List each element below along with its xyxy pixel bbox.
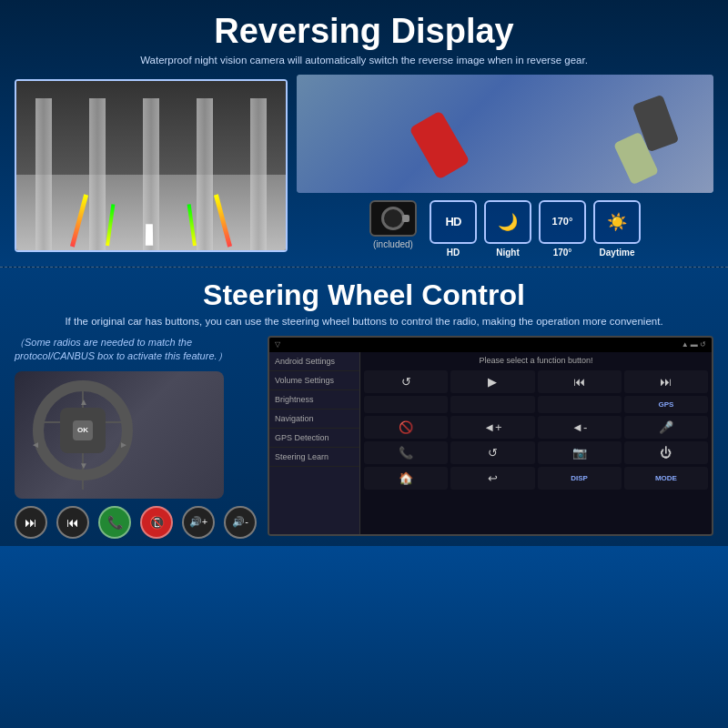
menu-gps-detection[interactable]: GPS Detection [269, 429, 359, 448]
android-main: Please select a function button! ↺ ▶ ⏮ ⏭… [360, 352, 712, 534]
grid-vol-up-icon[interactable]: ◄+ [450, 416, 534, 439]
menu-navigation[interactable]: Navigation [269, 410, 359, 429]
grid-mode-label[interactable]: MODE [624, 467, 708, 490]
steering-title: Steering Wheel Control [15, 278, 713, 312]
grid-skip-back-icon[interactable]: ⏮ [538, 370, 622, 393]
grid-refresh-icon[interactable]: ↺ [364, 370, 448, 393]
night-badge-box: 🌙 [484, 200, 531, 244]
grid-power-icon[interactable]: ⏻ [624, 441, 708, 464]
hd-badge: HD HD [430, 200, 477, 258]
camera-view [15, 79, 288, 252]
call-button[interactable]: 📞 [98, 506, 131, 539]
right-side: (included) HD HD 🌙 Ni [297, 75, 713, 258]
arrow-right-icon: ► [119, 440, 128, 450]
android-prompt: Please select a function button! [364, 356, 708, 365]
android-screen: ▽ ▲ ▬ ↺ Android Settings Volume Settings… [268, 336, 713, 536]
skip-back-button[interactable]: ⏮ [56, 506, 89, 539]
arrow-down-icon: ▼ [79, 460, 88, 470]
android-grid: ↺ ▶ ⏮ ⏭ GPS 🚫 ◄+ ◄- [364, 370, 708, 490]
hd-label: HD [447, 248, 460, 258]
daytime-badge-box: ☀️ [593, 200, 641, 244]
protocol-note: （Some radios are needed to match the pro… [15, 336, 257, 364]
menu-volume-settings[interactable]: Volume Settings [269, 371, 359, 390]
status-icons: ▲ ▬ ↺ [682, 340, 706, 349]
vol-down-button[interactable]: 🔊- [224, 506, 257, 539]
cam-parking-lines [16, 175, 286, 251]
moon-icon: 🌙 [498, 214, 518, 230]
aerial-view [297, 75, 713, 193]
vol-up-button[interactable]: 🔊+ [182, 506, 215, 539]
arrow-up-icon: ▲ [79, 397, 88, 407]
grid-home-icon[interactable]: 🏠 [364, 467, 448, 490]
camera-icon-box: (included) [369, 200, 417, 249]
camera-icon [369, 200, 417, 237]
menu-brightness[interactable]: Brightness [269, 390, 359, 410]
steering-section: Steering Wheel Control If the original c… [0, 268, 728, 546]
end-call-button[interactable]: 📵 [140, 506, 173, 539]
grid-skip-fwd-icon[interactable]: ⏭ [624, 370, 708, 393]
reversing-section: Reversing Display Waterproof night visio… [0, 0, 728, 268]
android-body: Android Settings Volume Settings Brightn… [269, 352, 712, 534]
grid-blank [364, 396, 448, 413]
cam-interior [16, 81, 286, 250]
grid-blank3 [538, 396, 622, 413]
left-col: （Some radios are needed to match the pro… [15, 336, 257, 539]
feature-badges: HD HD 🌙 Night 170° [430, 200, 641, 258]
night-badge: 🌙 Night [484, 200, 531, 258]
line-mid-left [106, 204, 115, 246]
line-mid-right [187, 204, 197, 246]
grid-blank2 [450, 396, 534, 413]
menu-steering-learn[interactable]: Steering Learn [269, 448, 359, 467]
grid-mic-icon[interactable]: 🎤 [624, 416, 708, 439]
status-triangle: ▽ [275, 340, 280, 349]
camera-included-label: (included) [373, 239, 413, 249]
reversing-subtitle: Waterproof night vision camera will auto… [15, 55, 713, 66]
camera-row: (included) HD HD 🌙 Ni [15, 75, 713, 258]
daytime-label: Daytime [600, 248, 635, 258]
steering-image: OK ▲ ◄ ► ▼ [15, 371, 224, 499]
grid-play-icon[interactable]: ▶ [450, 370, 534, 393]
line-left [70, 194, 88, 247]
wheel-inner: OK [60, 408, 106, 453]
hd-icon: HD [446, 216, 461, 228]
angle-badge: 170° 170° [539, 200, 586, 258]
skip-forward-button[interactable]: ⏭ [15, 506, 47, 539]
grid-phone-icon[interactable]: 📞 [364, 441, 448, 464]
steering-subtitle: If the original car has buttons, you can… [15, 316, 713, 327]
bottom-controls: ⏭ ⏮ 📞 📵 🔊+ 🔊- [15, 506, 257, 539]
grid-no-icon[interactable]: 🚫 [364, 416, 448, 439]
angle-badge-box: 170° [539, 200, 586, 244]
grid-disp-label[interactable]: DISP [538, 467, 622, 490]
steering-row: （Some radios are needed to match the pro… [15, 336, 713, 539]
daytime-badge: ☀️ Daytime [593, 200, 641, 258]
road-line [146, 224, 153, 246]
grid-undo-icon[interactable]: ↩ [450, 467, 534, 490]
android-status-bar: ▽ ▲ ▬ ↺ [269, 338, 712, 352]
reversing-title: Reversing Display [15, 13, 713, 51]
right-col: ▽ ▲ ▬ ↺ Android Settings Volume Settings… [268, 336, 713, 536]
angle-icon: 170° [552, 217, 573, 227]
grid-cam-icon[interactable]: 📷 [538, 441, 622, 464]
sun-icon: ☀️ [607, 214, 627, 230]
menu-android-settings[interactable]: Android Settings [269, 352, 359, 371]
android-sidebar: Android Settings Volume Settings Brightn… [269, 352, 360, 534]
night-label: Night [496, 248, 520, 258]
line-right [214, 194, 232, 247]
grid-vol-dn-icon[interactable]: ◄- [538, 416, 622, 439]
grid-back-icon[interactable]: ↺ [450, 441, 534, 464]
camera-icon-row: (included) HD HD 🌙 Ni [297, 200, 713, 258]
grid-gps-label: GPS [624, 396, 708, 413]
ok-button[interactable]: OK [73, 420, 93, 440]
angle-label: 170° [553, 248, 572, 258]
arrow-left-icon: ◄ [31, 440, 40, 450]
hd-badge-box: HD [430, 200, 477, 244]
